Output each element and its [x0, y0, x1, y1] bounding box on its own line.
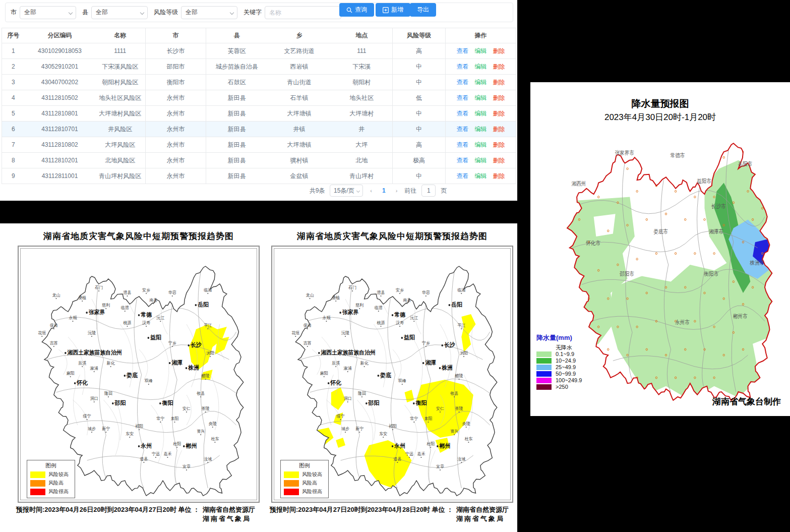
cell-no: 7 — [2, 137, 25, 153]
cell-town: 大坪塘镇 — [268, 137, 331, 153]
precip-map-panel: 降水量预报图 2023年4月30日20时-1月20时 湘西州张家界市常德市岳阳市… — [530, 82, 790, 416]
edit-link[interactable]: 编辑 — [475, 47, 487, 54]
edit-link[interactable]: 编辑 — [475, 94, 487, 101]
view-link[interactable]: 查看 — [457, 94, 469, 101]
cell-city: 永州市 — [146, 90, 206, 106]
svg-text:益阳: 益阳 — [404, 334, 415, 340]
cell-spot: 北地 — [331, 153, 393, 168]
table-row: 243052910201下宋溪风险区邵阳市城步苗族自治县西岩镇下宋溪中查看编辑删… — [2, 59, 516, 75]
cell-name: 下宋溪风险区 — [95, 59, 146, 75]
chevron-down-icon — [230, 11, 234, 15]
svg-text:沅陵: 沅陵 — [88, 331, 96, 335]
svg-text:永顺: 永顺 — [69, 316, 77, 320]
svg-text:汝城: 汝城 — [457, 457, 465, 461]
delete-link[interactable]: 删除 — [493, 141, 505, 148]
cell-code: 43112810502 — [25, 90, 95, 106]
goto-page-input[interactable]: 1 — [421, 185, 436, 197]
cell-code: 43112810802 — [25, 137, 95, 153]
legend-item: 10~24.9 — [536, 358, 582, 364]
svg-text:隆回: 隆回 — [358, 391, 366, 396]
cell-no: 8 — [2, 153, 25, 168]
cell-risk: 高 — [393, 43, 446, 59]
view-link[interactable]: 查看 — [457, 157, 469, 164]
delete-link[interactable]: 删除 — [493, 157, 505, 164]
svg-text:沅江: 沅江 — [156, 316, 165, 320]
current-page[interactable]: 1 — [379, 187, 389, 194]
view-link[interactable]: 查看 — [457, 47, 469, 54]
table-row: 943112811001青山坪村风险区永州市新田县金盆镇青山坪村中查看编辑删除 — [2, 168, 516, 184]
svg-text:常德市: 常德市 — [671, 153, 685, 159]
edit-link[interactable]: 编辑 — [475, 63, 487, 70]
edit-link[interactable]: 编辑 — [475, 157, 487, 164]
add-button[interactable]: 新增 — [376, 3, 410, 17]
svg-text:龙山: 龙山 — [52, 293, 60, 298]
county-filter-label: 县 — [82, 8, 88, 17]
delete-link[interactable]: 删除 — [493, 63, 505, 70]
svg-text:道县: 道县 — [393, 457, 401, 461]
legend-item: 风险很高 — [30, 488, 72, 495]
svg-text:汉寿: 汉寿 — [396, 321, 404, 325]
city-select[interactable]: 全部 — [20, 6, 76, 19]
delete-link[interactable]: 删除 — [493, 47, 505, 54]
svg-text:澧县: 澧县 — [377, 290, 385, 295]
edit-link[interactable]: 编辑 — [475, 126, 487, 133]
risk-select[interactable]: 全部 — [181, 6, 237, 19]
svg-text:常德: 常德 — [394, 312, 405, 318]
legend-item: 风险较高 — [30, 471, 72, 478]
view-link[interactable]: 查看 — [457, 141, 469, 148]
view-link[interactable]: 查看 — [457, 126, 469, 133]
precip-credit: 湖南省气象台制作 — [712, 396, 781, 407]
edit-link[interactable]: 编辑 — [475, 79, 487, 86]
delete-link[interactable]: 删除 — [493, 126, 505, 133]
prev-page-button[interactable]: ‹ — [368, 188, 374, 194]
svg-text:保靖: 保靖 — [50, 323, 58, 328]
keyword-label: 关键字 — [244, 8, 262, 17]
svg-text:永州: 永州 — [140, 443, 152, 449]
svg-text:常德: 常德 — [141, 312, 152, 318]
view-link[interactable]: 查看 — [457, 172, 469, 180]
view-link[interactable]: 查看 — [457, 79, 469, 86]
col-header: 名称 — [95, 28, 146, 43]
view-link[interactable]: 查看 — [457, 110, 469, 117]
table-row: 743112810802大坪风险区永州市新田县大坪塘镇大坪高查看编辑删除 — [2, 137, 516, 153]
delete-link[interactable]: 删除 — [493, 94, 505, 101]
edit-link[interactable]: 编辑 — [475, 110, 487, 117]
cell-name: 井风险区 — [95, 122, 146, 137]
svg-text:张家界: 张家界 — [89, 309, 105, 315]
edit-link[interactable]: 编辑 — [475, 141, 487, 148]
svg-text:临湘: 临湘 — [457, 288, 465, 292]
county-select[interactable]: 全部 — [91, 6, 148, 19]
cell-county: 石鼓区 — [206, 75, 268, 90]
svg-text:常宁: 常宁 — [410, 417, 418, 421]
svg-text:新化: 新化 — [107, 361, 115, 366]
svg-text:岳阳: 岳阳 — [198, 302, 209, 308]
delete-link[interactable]: 删除 — [493, 79, 505, 86]
svg-text:株洲市: 株洲市 — [749, 260, 764, 266]
edit-link[interactable]: 编辑 — [475, 172, 487, 180]
legend-item: 风险较高 — [284, 471, 325, 478]
svg-text:湘潭: 湘潭 — [171, 360, 183, 366]
view-link[interactable]: 查看 — [457, 63, 469, 70]
svg-text:宜章: 宜章 — [436, 464, 444, 469]
svg-text:保靖: 保靖 — [303, 323, 312, 328]
search-button[interactable]: 查询 — [339, 3, 374, 17]
svg-text:衡阳市: 衡阳市 — [704, 271, 719, 277]
trend-legend: 图例 风险较高风险高风险很高 — [280, 460, 329, 498]
delete-link[interactable]: 删除 — [493, 172, 505, 180]
svg-text:安乡: 安乡 — [142, 288, 150, 292]
svg-text:绥宁: 绥宁 — [83, 414, 92, 419]
chevron-down-icon — [357, 190, 360, 193]
svg-text:娄底: 娄底 — [380, 372, 391, 379]
export-button[interactable]: 导出 — [410, 3, 436, 17]
table-row: 143010290180531111长沙市芙蓉区文艺路街道111高查看编辑删除 — [2, 43, 516, 59]
cell-town: 文艺路街道 — [268, 43, 331, 59]
svg-text:炎陵: 炎陵 — [462, 422, 470, 426]
svg-text:临澧: 临澧 — [375, 306, 383, 310]
delete-link[interactable]: 删除 — [493, 110, 505, 117]
next-page-button[interactable]: › — [394, 188, 400, 194]
page-size-select[interactable]: 15条/页 — [330, 185, 363, 197]
keyword-input[interactable] — [265, 6, 341, 19]
col-header: 县 — [206, 28, 268, 43]
trend-map-title: 湖南省地质灾害气象风险中短期预警预报趋势图 — [15, 230, 262, 242]
svg-text:安仁: 安仁 — [436, 406, 444, 411]
